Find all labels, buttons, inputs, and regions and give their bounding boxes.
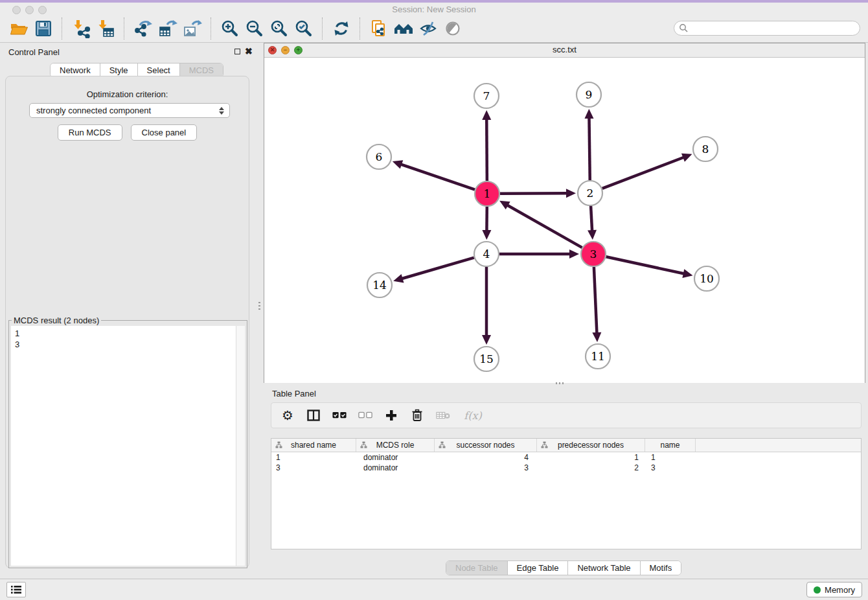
hierarchy-icon [275,441,282,448]
tab-motifs[interactable]: Motifs [640,561,681,575]
delete-table-icon [436,411,450,420]
show-columns-button[interactable] [306,408,321,422]
refresh-layout-icon [332,19,350,38]
new-network-from-selection-button[interactable] [369,18,389,39]
tab-edge-table[interactable]: Edge Table [507,561,568,575]
tab-network-table[interactable]: Network Table [567,561,639,575]
cell-name[interactable]: 3 [645,463,696,472]
horizontal-splitter-grip[interactable] [556,382,565,384]
tab-select[interactable]: Select [137,63,179,77]
first-neighbors-button[interactable] [393,18,414,39]
network-window-titlebar[interactable]: ✕ − + scc.txt [264,43,865,58]
table-row[interactable]: 3 dominator 3 2 3 [271,463,861,473]
apply-layout-button[interactable] [331,18,352,39]
graph-edge-arrowhead [482,335,491,345]
column-header-successor-nodes[interactable]: successor nodes [435,439,537,452]
list-icon [10,585,22,594]
main-toolbar [0,14,868,43]
delete-table-button[interactable] [436,408,450,422]
add-column-button[interactable] [384,408,398,422]
tab-style[interactable]: Style [100,63,137,77]
tab-mcds[interactable]: MCDS [179,63,223,77]
save-session-button[interactable] [33,18,54,39]
graph-edge-3-1[interactable] [507,205,582,248]
graph-edge-arrowhead [588,230,597,240]
import-table-button[interactable] [95,18,116,39]
mcds-result-area[interactable]: 1 3 [11,326,245,566]
table-settings-button[interactable]: ⚙ [280,408,295,422]
cell-successor-nodes[interactable]: 3 [435,463,537,472]
column-header-predecessor-nodes[interactable]: predecessor nodes [537,439,645,452]
show-all-button[interactable] [442,18,463,39]
graph-edge-arrowhead [682,269,692,278]
tab-node-table[interactable]: Node Table [446,561,507,575]
cell-predecessor-nodes[interactable]: 2 [537,463,645,472]
zoom-in-button[interactable] [220,18,240,39]
cell-predecessor-nodes[interactable]: 1 [537,453,645,462]
network-canvas[interactable]: 7968124314101511 [264,58,865,383]
export-network-button[interactable] [133,18,154,39]
table-panel-title: Table Panel [272,389,316,398]
select-all-button[interactable] [332,408,347,422]
cell-successor-nodes[interactable]: 4 [435,453,537,462]
control-panel-title: Control Panel [8,47,60,57]
memory-button[interactable]: Memory [806,582,862,597]
float-panel-icon[interactable] [234,49,240,54]
graph-edge-2-3[interactable] [591,206,592,231]
export-table-button[interactable] [157,18,178,39]
graph-edge-2-9[interactable] [589,117,589,180]
mcds-result-title: MCDS result (2 nodes) [12,316,101,325]
table-row[interactable]: 1 dominator 4 1 1 [271,452,861,463]
hide-selected-button[interactable] [418,18,439,39]
node-table: shared name MCDS role [271,438,862,549]
graph-node-label: 2 [587,187,594,200]
deselect-all-button[interactable] [358,408,372,422]
graph-edge-arrowhead [584,109,593,119]
cell-name[interactable]: 1 [645,453,696,462]
delete-column-button[interactable] [410,408,424,422]
import-table-icon [96,19,115,38]
function-builder-button[interactable]: f(x) [462,408,484,422]
zoom-fit-button[interactable] [269,18,290,39]
graph-edge-2-8[interactable] [602,157,685,188]
graph-edge-1-7[interactable] [486,119,487,181]
search-input[interactable] [674,21,860,36]
graph-node-label: 6 [376,150,383,163]
graph-edge-3-11[interactable] [594,267,597,334]
optimization-criterion-label: Optimization criterion: [6,89,249,99]
result-scrollbar[interactable] [236,326,245,566]
zoom-out-button[interactable] [244,18,265,39]
graph-edge-arrowhead [393,274,404,283]
fx-icon: f(x) [464,410,481,422]
task-history-button[interactable] [6,582,26,597]
graph-edge-1-2[interactable] [500,193,567,194]
import-network-button[interactable] [71,18,91,39]
checked-boxes-icon [332,411,347,419]
tab-network[interactable]: Network [51,63,100,77]
cell-shared-name[interactable]: 3 [271,463,356,472]
zoom-selected-button[interactable] [293,18,314,39]
vertical-splitter-grip[interactable] [258,302,260,311]
toolbar-separator [124,17,125,40]
criterion-dropdown[interactable]: strongly connected component [29,103,230,118]
export-image-button[interactable] [182,18,203,39]
graph-edge-3-10[interactable] [606,257,685,273]
graph-edge-arrowhead [569,249,579,259]
graph-edge-4-14[interactable] [402,258,474,279]
close-panel-icon[interactable]: ✖ [245,47,253,55]
column-header-name[interactable]: name [645,439,696,452]
column-header-mcds-role[interactable]: MCDS role [356,439,435,452]
mcds-panel: Optimization criterion: strongly connect… [5,76,249,568]
dropdown-stepper-icon [219,107,224,115]
close-panel-button[interactable]: Close panel [131,124,198,141]
open-session-button[interactable] [8,18,29,39]
run-mcds-button[interactable]: Run MCDS [58,124,122,141]
cell-mcds-role[interactable]: dominator [356,453,435,462]
cell-shared-name[interactable]: 1 [271,453,356,462]
graph-edge-1-6[interactable] [400,164,475,189]
cell-mcds-role[interactable]: dominator [356,463,435,472]
mcds-result-box: MCDS result (2 nodes) 1 3 [8,316,247,568]
new-network-document-icon [369,19,389,38]
table-toolbar: ⚙ [271,402,862,428]
column-header-shared-name[interactable]: shared name [271,439,356,452]
